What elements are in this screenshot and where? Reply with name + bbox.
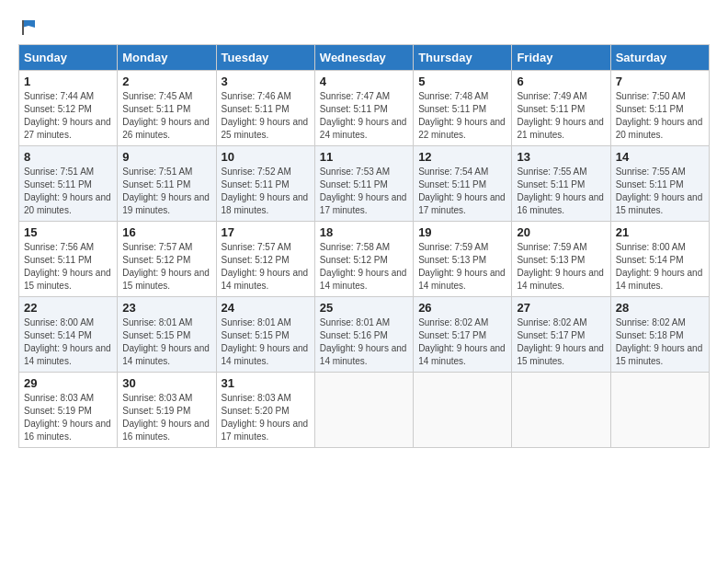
sunset-info: Sunset: 5:12 PM	[122, 255, 190, 265]
daylight-info: Daylight: 9 hours and 20 minutes.	[616, 117, 703, 140]
sunrise-info: Sunrise: 8:01 AM	[122, 317, 192, 327]
sunrise-info: Sunrise: 7:44 AM	[24, 91, 94, 101]
day-number: 21	[616, 225, 704, 239]
sunset-info: Sunset: 5:17 PM	[517, 330, 585, 340]
daylight-info: Daylight: 9 hours and 14 minutes.	[517, 268, 604, 291]
daylight-info: Daylight: 9 hours and 17 minutes.	[418, 192, 506, 215]
daylight-info: Daylight: 9 hours and 16 minutes.	[122, 419, 210, 442]
calendar-day-cell: 9Sunrise: 7:51 AMSunset: 5:11 PMDaylight…	[118, 146, 216, 222]
logo-flag-icon	[20, 18, 37, 35]
daylight-info: Daylight: 9 hours and 15 minutes.	[616, 192, 703, 215]
sunrise-info: Sunrise: 7:54 AM	[418, 167, 488, 177]
sunset-info: Sunset: 5:14 PM	[24, 330, 92, 340]
calendar-day-cell: 24Sunrise: 8:01 AMSunset: 5:15 PMDayligh…	[216, 297, 314, 373]
page-header	[18, 18, 710, 35]
daylight-info: Daylight: 9 hours and 26 minutes.	[122, 117, 210, 140]
daylight-info: Daylight: 9 hours and 15 minutes.	[122, 268, 210, 291]
sunset-info: Sunset: 5:14 PM	[616, 255, 684, 265]
sunset-info: Sunset: 5:11 PM	[122, 179, 190, 190]
daylight-info: Daylight: 9 hours and 18 minutes.	[222, 192, 309, 215]
daylight-info: Daylight: 9 hours and 20 minutes.	[24, 192, 111, 215]
weekday-header-monday: Monday	[118, 45, 216, 71]
daylight-info: Daylight: 9 hours and 24 minutes.	[320, 117, 407, 140]
day-number: 26	[418, 301, 506, 315]
sunrise-info: Sunrise: 7:48 AM	[418, 91, 488, 101]
daylight-info: Daylight: 9 hours and 14 minutes.	[320, 343, 407, 366]
sunrise-info: Sunrise: 7:58 AM	[320, 242, 390, 252]
sunset-info: Sunset: 5:13 PM	[418, 255, 486, 265]
day-number: 9	[122, 150, 210, 164]
calendar-day-cell: 15Sunrise: 7:56 AMSunset: 5:11 PMDayligh…	[19, 222, 118, 297]
calendar-day-cell: 6Sunrise: 7:49 AMSunset: 5:11 PMDaylight…	[512, 71, 610, 146]
day-number: 6	[517, 75, 605, 88]
sunset-info: Sunset: 5:11 PM	[222, 104, 290, 114]
calendar-day-cell: 14Sunrise: 7:55 AMSunset: 5:11 PMDayligh…	[610, 146, 709, 222]
day-number: 19	[418, 225, 506, 239]
sunset-info: Sunset: 5:11 PM	[320, 179, 388, 190]
daylight-info: Daylight: 9 hours and 14 minutes.	[122, 343, 210, 366]
weekday-header-tuesday: Tuesday	[216, 45, 314, 71]
day-number: 2	[122, 75, 210, 88]
daylight-info: Daylight: 9 hours and 22 minutes.	[418, 117, 506, 140]
weekday-header-friday: Friday	[512, 45, 610, 71]
day-number: 14	[616, 150, 704, 164]
sunrise-info: Sunrise: 7:49 AM	[517, 91, 586, 101]
daylight-info: Daylight: 9 hours and 17 minutes.	[222, 419, 309, 442]
day-number: 30	[122, 376, 210, 390]
calendar-day-cell: 25Sunrise: 8:01 AMSunset: 5:16 PMDayligh…	[314, 297, 413, 373]
sunset-info: Sunset: 5:12 PM	[222, 255, 290, 265]
calendar-week-row: 29Sunrise: 8:03 AMSunset: 5:19 PMDayligh…	[19, 373, 710, 448]
sunrise-info: Sunrise: 7:57 AM	[122, 242, 192, 252]
daylight-info: Daylight: 9 hours and 15 minutes.	[616, 343, 703, 366]
sunset-info: Sunset: 5:11 PM	[122, 104, 190, 114]
sunset-info: Sunset: 5:11 PM	[418, 104, 486, 114]
sunrise-info: Sunrise: 7:56 AM	[24, 242, 94, 252]
calendar-day-cell: 31Sunrise: 8:03 AMSunset: 5:20 PMDayligh…	[216, 373, 314, 448]
weekday-header-saturday: Saturday	[610, 45, 709, 71]
sunrise-info: Sunrise: 7:52 AM	[222, 167, 291, 177]
calendar-day-cell: 11Sunrise: 7:53 AMSunset: 5:11 PMDayligh…	[314, 146, 413, 222]
sunrise-info: Sunrise: 7:55 AM	[517, 167, 586, 177]
daylight-info: Daylight: 9 hours and 21 minutes.	[517, 117, 604, 140]
calendar-day-cell: 19Sunrise: 7:59 AMSunset: 5:13 PMDayligh…	[414, 222, 512, 297]
sunset-info: Sunset: 5:13 PM	[517, 255, 585, 265]
calendar-day-cell: 21Sunrise: 8:00 AMSunset: 5:14 PMDayligh…	[610, 222, 709, 297]
calendar-day-cell: 22Sunrise: 8:00 AMSunset: 5:14 PMDayligh…	[19, 297, 118, 373]
day-number: 31	[222, 376, 310, 390]
calendar-day-cell: 8Sunrise: 7:51 AMSunset: 5:11 PMDaylight…	[19, 146, 118, 222]
weekday-header-row: SundayMondayTuesdayWednesdayThursdayFrid…	[19, 45, 710, 71]
sunset-info: Sunset: 5:19 PM	[122, 406, 190, 416]
day-number: 8	[24, 150, 112, 164]
daylight-info: Daylight: 9 hours and 14 minutes.	[222, 343, 309, 366]
sunrise-info: Sunrise: 7:51 AM	[122, 167, 192, 177]
sunrise-info: Sunrise: 7:53 AM	[320, 167, 390, 177]
sunset-info: Sunset: 5:19 PM	[24, 406, 92, 416]
daylight-info: Daylight: 9 hours and 15 minutes.	[24, 268, 111, 291]
day-number: 5	[418, 75, 506, 88]
day-number: 13	[517, 150, 605, 164]
sunrise-info: Sunrise: 7:59 AM	[418, 242, 488, 252]
sunrise-info: Sunrise: 7:51 AM	[24, 167, 94, 177]
calendar-day-cell: 2Sunrise: 7:45 AMSunset: 5:11 PMDaylight…	[118, 71, 216, 146]
day-number: 12	[418, 150, 506, 164]
sunset-info: Sunset: 5:12 PM	[24, 104, 92, 114]
calendar-day-cell: 30Sunrise: 8:03 AMSunset: 5:19 PMDayligh…	[118, 373, 216, 448]
calendar-day-cell: 23Sunrise: 8:01 AMSunset: 5:15 PMDayligh…	[118, 297, 216, 373]
day-number: 23	[122, 301, 210, 315]
day-number: 15	[24, 225, 112, 239]
day-number: 29	[24, 376, 112, 390]
sunrise-info: Sunrise: 7:59 AM	[517, 242, 586, 252]
daylight-info: Daylight: 9 hours and 17 minutes.	[320, 192, 407, 215]
sunrise-info: Sunrise: 8:01 AM	[320, 317, 390, 327]
daylight-info: Daylight: 9 hours and 14 minutes.	[418, 343, 506, 366]
sunrise-info: Sunrise: 8:00 AM	[616, 242, 686, 252]
calendar-day-cell	[314, 373, 413, 448]
calendar-day-cell: 28Sunrise: 8:02 AMSunset: 5:18 PMDayligh…	[610, 297, 709, 373]
calendar-day-cell: 1Sunrise: 7:44 AMSunset: 5:12 PMDaylight…	[19, 71, 118, 146]
sunset-info: Sunset: 5:11 PM	[320, 104, 388, 114]
calendar-day-cell	[512, 373, 610, 448]
daylight-info: Daylight: 9 hours and 14 minutes.	[222, 268, 309, 291]
sunrise-info: Sunrise: 8:02 AM	[418, 317, 488, 327]
sunrise-info: Sunrise: 8:03 AM	[222, 393, 291, 403]
day-number: 11	[320, 150, 408, 164]
